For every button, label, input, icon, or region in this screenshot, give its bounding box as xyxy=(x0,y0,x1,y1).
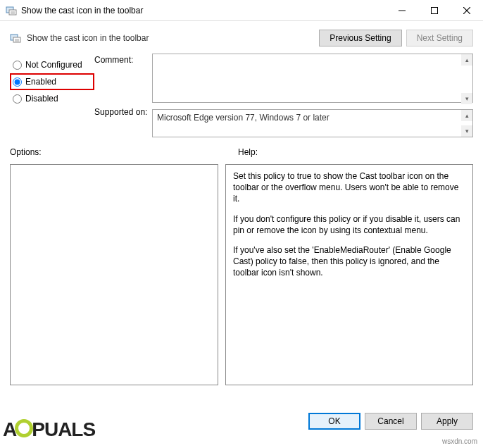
options-panel xyxy=(10,164,218,385)
radio-label: Disabled xyxy=(25,94,58,104)
radio-enabled-input[interactable] xyxy=(13,77,22,87)
window-title: Show the cast icon in the toolbar xyxy=(21,6,386,15)
cancel-button[interactable]: Cancel xyxy=(365,413,417,430)
comment-textarea[interactable] xyxy=(152,54,473,103)
help-panel: Set this policy to true to show the Cast… xyxy=(225,164,473,385)
minimize-button[interactable] xyxy=(386,0,418,21)
logo-ring-icon xyxy=(15,419,33,437)
page-title: Show the cast icon in the toolbar xyxy=(27,33,315,43)
titlebar: Show the cast icon in the toolbar xyxy=(0,0,483,21)
radio-disabled-input[interactable] xyxy=(13,94,22,104)
policy-icon xyxy=(10,32,21,44)
radio-label: Enabled xyxy=(25,77,56,87)
comment-label: Comment: xyxy=(94,54,152,103)
maximize-button[interactable] xyxy=(418,0,451,21)
svg-rect-3 xyxy=(432,7,438,13)
watermark-logo: APUALS xyxy=(3,418,95,441)
close-button[interactable] xyxy=(451,0,483,21)
chevron-down-icon[interactable]: ▾ xyxy=(461,125,472,137)
chevron-up-icon[interactable]: ▴ xyxy=(461,54,472,66)
radio-not-configured-input[interactable] xyxy=(13,61,22,70)
help-text: Set this policy to true to show the Cast… xyxy=(233,170,465,205)
supported-on-field: Microsoft Edge version 77, Windows 7 or … xyxy=(152,109,473,137)
svg-rect-7 xyxy=(13,37,20,42)
ok-button[interactable]: OK xyxy=(308,413,360,430)
logo-text: PUALS xyxy=(32,418,95,441)
radio-label: Not Configured xyxy=(25,60,82,70)
watermark-site: wsxdn.com xyxy=(442,437,477,445)
state-radio-group: Not Configured Enabled Disabled xyxy=(10,54,94,137)
supported-on-label: Supported on: xyxy=(94,103,152,117)
header-row: Show the cast icon in the toolbar Previo… xyxy=(0,21,483,54)
dialog-buttons: OK Cancel Apply xyxy=(308,413,473,430)
chevron-down-icon[interactable]: ▾ xyxy=(461,93,472,104)
policy-icon xyxy=(6,5,17,16)
radio-not-configured[interactable]: Not Configured xyxy=(10,56,94,73)
help-text: If you've also set the 'EnableMediaRoute… xyxy=(233,244,465,279)
next-setting-button: Next Setting xyxy=(406,30,473,46)
svg-rect-1 xyxy=(9,10,16,15)
help-label: Help: xyxy=(238,147,473,157)
radio-disabled[interactable]: Disabled xyxy=(10,90,94,107)
chevron-up-icon[interactable]: ▴ xyxy=(461,110,472,121)
previous-setting-button[interactable]: Previous Setting xyxy=(319,30,401,46)
radio-enabled[interactable]: Enabled xyxy=(10,73,94,90)
options-label: Options: xyxy=(10,147,238,157)
apply-button[interactable]: Apply xyxy=(421,413,473,430)
help-text: If you don't configure this policy or if… xyxy=(233,213,465,236)
